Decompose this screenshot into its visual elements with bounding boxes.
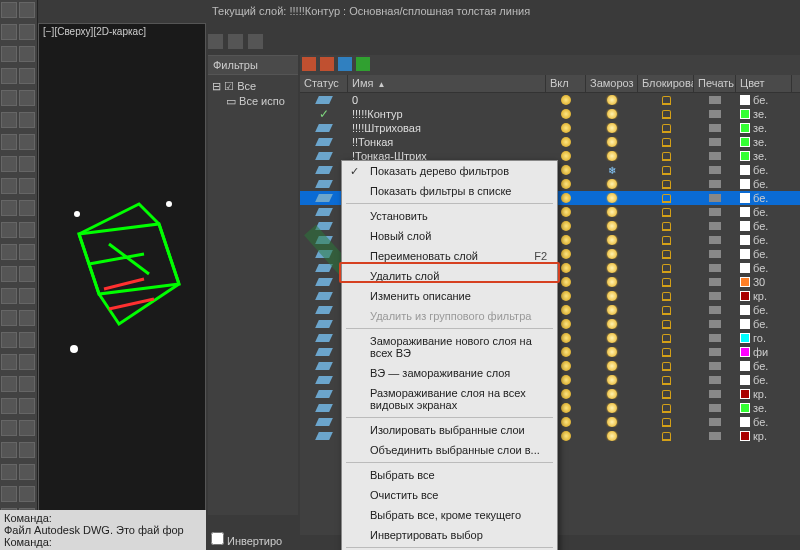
color-swatch[interactable] bbox=[740, 207, 750, 217]
lock-open-icon[interactable] bbox=[662, 110, 671, 119]
visibility-bulb-icon[interactable] bbox=[561, 193, 571, 203]
tool-button[interactable] bbox=[1, 266, 17, 282]
tool-button[interactable] bbox=[19, 46, 35, 62]
layer-row[interactable]: 0бе. bbox=[300, 93, 800, 107]
printer-icon[interactable] bbox=[709, 264, 721, 272]
invert-filter-box[interactable]: Инвертиро bbox=[208, 529, 298, 550]
tool-button[interactable] bbox=[1, 442, 17, 458]
lock-open-icon[interactable] bbox=[662, 348, 671, 357]
visibility-bulb-icon[interactable] bbox=[561, 375, 571, 385]
tool-button[interactable] bbox=[1, 178, 17, 194]
color-swatch[interactable] bbox=[740, 137, 750, 147]
lock-open-icon[interactable] bbox=[662, 292, 671, 301]
printer-icon[interactable] bbox=[709, 404, 721, 412]
lock-open-icon[interactable] bbox=[662, 96, 671, 105]
lock-open-icon[interactable] bbox=[662, 152, 671, 161]
tool-button[interactable] bbox=[19, 134, 35, 150]
tool-button[interactable] bbox=[19, 200, 35, 216]
menu-item[interactable]: Новый слой bbox=[342, 226, 557, 246]
color-swatch[interactable] bbox=[740, 319, 750, 329]
visibility-bulb-icon[interactable] bbox=[561, 123, 571, 133]
tool-button[interactable] bbox=[19, 376, 35, 392]
tool-button[interactable] bbox=[1, 90, 17, 106]
sun-icon[interactable] bbox=[607, 235, 617, 245]
toolbar-btn[interactable] bbox=[208, 34, 223, 49]
toolbar-btn[interactable] bbox=[248, 34, 263, 49]
sun-icon[interactable] bbox=[607, 137, 617, 147]
tool-button[interactable] bbox=[19, 288, 35, 304]
tool-button[interactable] bbox=[19, 112, 35, 128]
visibility-bulb-icon[interactable] bbox=[561, 347, 571, 357]
menu-item[interactable]: ВЭ — замораживание слоя bbox=[342, 363, 557, 383]
lock-open-icon[interactable] bbox=[662, 306, 671, 315]
color-swatch[interactable] bbox=[740, 263, 750, 273]
printer-icon[interactable] bbox=[709, 124, 721, 132]
tool-button[interactable] bbox=[1, 244, 17, 260]
tool-button[interactable] bbox=[1, 156, 17, 172]
color-swatch[interactable] bbox=[740, 221, 750, 231]
printer-icon[interactable] bbox=[709, 432, 721, 440]
sun-icon[interactable] bbox=[607, 305, 617, 315]
color-swatch[interactable] bbox=[740, 249, 750, 259]
printer-icon[interactable] bbox=[709, 362, 721, 370]
color-swatch[interactable] bbox=[740, 109, 750, 119]
tool-button[interactable] bbox=[1, 112, 17, 128]
printer-icon[interactable] bbox=[709, 334, 721, 342]
menu-item[interactable]: Выбрать все bbox=[342, 465, 557, 485]
visibility-bulb-icon[interactable] bbox=[561, 431, 571, 441]
menu-item[interactable]: Изменить описание bbox=[342, 286, 557, 306]
tool-button[interactable] bbox=[19, 90, 35, 106]
tool-button[interactable] bbox=[1, 332, 17, 348]
color-swatch[interactable] bbox=[740, 375, 750, 385]
visibility-bulb-icon[interactable] bbox=[561, 235, 571, 245]
lock-open-icon[interactable] bbox=[662, 376, 671, 385]
visibility-bulb-icon[interactable] bbox=[561, 165, 571, 175]
visibility-bulb-icon[interactable] bbox=[561, 207, 571, 217]
snowflake-icon[interactable]: ❄ bbox=[608, 165, 616, 176]
viewport-2d[interactable]: [−][Сверху][2D-каркас] bbox=[38, 23, 206, 513]
color-swatch[interactable] bbox=[740, 333, 750, 343]
color-swatch[interactable] bbox=[740, 123, 750, 133]
printer-icon[interactable] bbox=[709, 152, 721, 160]
tool-button[interactable] bbox=[19, 420, 35, 436]
visibility-bulb-icon[interactable] bbox=[561, 249, 571, 259]
printer-icon[interactable] bbox=[709, 96, 721, 104]
printer-icon[interactable] bbox=[709, 320, 721, 328]
tool-button[interactable] bbox=[1, 486, 17, 502]
lock-open-icon[interactable] bbox=[662, 124, 671, 133]
tool-button[interactable] bbox=[19, 354, 35, 370]
visibility-bulb-icon[interactable] bbox=[561, 109, 571, 119]
sun-icon[interactable] bbox=[607, 389, 617, 399]
sun-icon[interactable] bbox=[607, 347, 617, 357]
menu-item[interactable]: Размораживание слоя на всех видовых экра… bbox=[342, 383, 557, 415]
lock-open-icon[interactable] bbox=[662, 264, 671, 273]
tool-button[interactable] bbox=[1, 288, 17, 304]
tool-button[interactable] bbox=[1, 464, 17, 480]
visibility-bulb-icon[interactable] bbox=[561, 277, 571, 287]
visibility-bulb-icon[interactable] bbox=[561, 361, 571, 371]
lock-open-icon[interactable] bbox=[662, 320, 671, 329]
layer-row[interactable]: ✓!!!!!Контурзе. bbox=[300, 107, 800, 121]
printer-icon[interactable] bbox=[709, 236, 721, 244]
tool-button[interactable] bbox=[19, 244, 35, 260]
sun-icon[interactable] bbox=[607, 361, 617, 371]
lock-open-icon[interactable] bbox=[662, 222, 671, 231]
printer-icon[interactable] bbox=[709, 222, 721, 230]
lock-open-icon[interactable] bbox=[662, 404, 671, 413]
tool-button[interactable] bbox=[1, 2, 17, 18]
tool-button[interactable] bbox=[1, 420, 17, 436]
color-swatch[interactable] bbox=[740, 291, 750, 301]
lock-open-icon[interactable] bbox=[662, 418, 671, 427]
lock-open-icon[interactable] bbox=[662, 362, 671, 371]
col-status[interactable]: Статус bbox=[300, 75, 348, 92]
tool-button[interactable] bbox=[19, 2, 35, 18]
layer-icon[interactable] bbox=[338, 57, 352, 71]
lock-open-icon[interactable] bbox=[662, 208, 671, 217]
tool-button[interactable] bbox=[19, 442, 35, 458]
tool-button[interactable] bbox=[1, 310, 17, 326]
visibility-bulb-icon[interactable] bbox=[561, 291, 571, 301]
col-name[interactable]: Имя▲ bbox=[348, 75, 546, 92]
visibility-bulb-icon[interactable] bbox=[561, 319, 571, 329]
visibility-bulb-icon[interactable] bbox=[561, 179, 571, 189]
sun-icon[interactable] bbox=[607, 333, 617, 343]
